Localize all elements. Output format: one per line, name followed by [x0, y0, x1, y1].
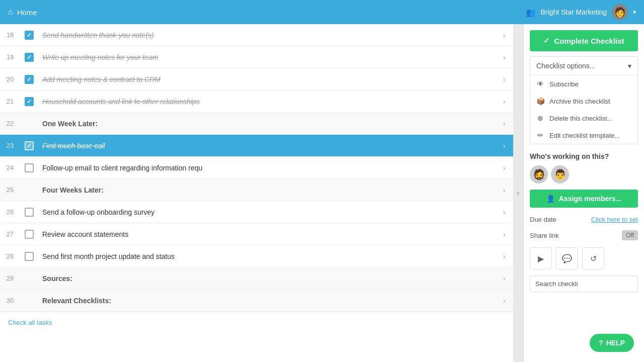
task-checkbox[interactable]: ✓ — [25, 31, 34, 40]
checklist-row: 28Send first month project update and st… — [0, 245, 513, 267]
refresh-button[interactable]: ↺ — [582, 247, 604, 269]
share-toggle[interactable]: Off — [622, 230, 638, 240]
due-date-link[interactable]: Click here to set — [591, 216, 638, 223]
section-label: Sources: — [38, 269, 495, 288]
row-arrow-button[interactable]: › — [495, 31, 513, 39]
checklist-row: 27Review account statements› — [0, 223, 513, 245]
help-button[interactable]: ? HELP — [590, 334, 634, 352]
play-icon: ▶ — [538, 254, 544, 263]
who-working-title: Who's working on this? — [530, 152, 638, 160]
task-checkbox[interactable]: ✓ — [25, 53, 34, 62]
row-number: 18 — [0, 31, 20, 39]
topnav: ⌂ Home 👥 Bright Star Marketing 🧑 ▾ — [0, 0, 644, 24]
row-number: 20 — [0, 75, 20, 83]
help-icon: ? — [599, 339, 603, 347]
row-number: 28 — [0, 252, 20, 260]
row-arrow-button[interactable]: › — [495, 252, 513, 260]
topnav-left: ⌂ Home — [8, 8, 37, 17]
share-row: Share link Off — [530, 230, 638, 240]
checklist-row: 30Relevant Checklists:› — [0, 290, 513, 312]
row-arrow-button[interactable]: › — [495, 120, 513, 128]
row-arrow-button[interactable]: › — [495, 164, 513, 172]
row-number: 25 — [0, 186, 20, 194]
play-button[interactable]: ▶ — [530, 247, 552, 269]
collapse-sidebar-btn[interactable]: › — [513, 24, 523, 362]
comment-button[interactable]: 💬 — [556, 247, 578, 269]
account-dropdown-arrow[interactable]: ▾ — [633, 9, 636, 16]
checklist-row: 21✓Household accounts and link to other … — [0, 90, 513, 113]
comment-icon: 💬 — [562, 254, 572, 263]
home-label[interactable]: Home — [17, 8, 37, 17]
row-arrow-button[interactable]: › — [495, 98, 513, 106]
archive-label: Archive this checklist — [549, 98, 610, 105]
avatar-1: 🧔 — [530, 165, 548, 184]
complete-checklist-button[interactable]: ✓ Complete Checklist — [530, 30, 638, 51]
task-checkbox[interactable] — [25, 252, 34, 261]
row-number: 26 — [0, 208, 20, 216]
share-label: Share link — [530, 232, 559, 239]
row-number: 19 — [0, 53, 20, 61]
main-layout: 18✓Send handwritten thank-you note(s)›19… — [0, 24, 644, 362]
checklist-row: 20✓Add meeting notes & contract to CRM› — [0, 68, 513, 90]
options-list: 👁 Subscribe 📦 Archive this checklist ⊗ D… — [530, 75, 637, 144]
subscribe-label: Subscribe — [549, 80, 579, 88]
assign-members-button[interactable]: 👤 Assign members... — [530, 190, 638, 208]
options-header[interactable]: Checklist options... ▾ — [530, 57, 637, 75]
task-text: Household accounts and link to other rel… — [38, 93, 495, 111]
edit-template-label: Edit checklist template... — [549, 132, 620, 139]
checklist-row: 23✓First touch base call› — [0, 135, 513, 157]
section-label: Four Weeks Later: — [38, 181, 495, 199]
task-checkbox[interactable] — [25, 208, 34, 217]
task-text: Add meeting notes & contract to CRM — [38, 70, 495, 88]
checklist-row: 22One Week Later:› — [0, 113, 513, 135]
row-arrow-button[interactable]: › — [495, 275, 513, 283]
check-all-link[interactable]: Check all tasks — [8, 319, 52, 326]
avatar[interactable]: 🧑 — [612, 4, 628, 20]
org-name: Bright Star Marketing — [541, 8, 607, 16]
help-label: HELP — [606, 339, 625, 347]
row-arrow-button[interactable]: › — [495, 53, 513, 61]
row-arrow-button[interactable]: › — [495, 297, 513, 305]
bottom-icons: ▶ 💬 ↺ — [530, 247, 638, 269]
edit-template-option[interactable]: ✏ Edit checklist template... — [530, 127, 637, 144]
section-label: One Week Later: — [38, 115, 495, 133]
checklist-row: 24Follow-up email to client regarding in… — [0, 157, 513, 179]
task-text: Send first month project update and stat… — [38, 247, 495, 265]
row-number: 29 — [0, 275, 20, 282]
task-checkbox[interactable]: ✓ — [25, 75, 34, 84]
row-number: 27 — [0, 230, 20, 238]
search-checklist-input[interactable] — [530, 276, 638, 292]
task-text: Follow-up email to client regarding info… — [38, 159, 495, 177]
chevron-down-icon: ▾ — [628, 62, 631, 70]
org-icon: 👥 — [526, 8, 536, 17]
checklist-row: 26Send a follow-up onboarding survey› — [0, 201, 513, 223]
row-number: 30 — [0, 297, 20, 304]
task-checkbox[interactable] — [25, 230, 34, 239]
subscribe-icon: 👁 — [536, 80, 544, 88]
delete-label: Delete this checklist... — [549, 115, 613, 122]
archive-icon: 📦 — [536, 97, 544, 105]
assign-label: Assign members... — [559, 195, 622, 203]
delete-option[interactable]: ⊗ Delete this checklist... — [530, 110, 637, 127]
row-arrow-button[interactable]: › — [495, 230, 513, 238]
task-text: Send a follow-up onboarding survey — [38, 203, 495, 221]
subscribe-option[interactable]: 👁 Subscribe — [530, 75, 637, 93]
row-arrow-button[interactable]: › — [495, 208, 513, 216]
row-number: 22 — [0, 120, 20, 127]
archive-option[interactable]: 📦 Archive this checklist — [530, 93, 637, 110]
task-text: Send handwritten thank-you note(s) — [38, 26, 495, 44]
complete-label: Complete Checklist — [554, 37, 624, 45]
section-label: Relevant Checklists: — [38, 292, 495, 310]
checklist-options-dropdown: Checklist options... ▾ 👁 Subscribe 📦 Arc… — [530, 56, 638, 144]
task-checkbox[interactable]: ✓ — [25, 97, 34, 106]
task-checkbox[interactable]: ✓ — [25, 141, 34, 150]
row-arrow-button[interactable]: › — [495, 142, 513, 150]
collapse-icon: › — [517, 190, 519, 197]
task-text: Write up meeting notes for your team — [38, 48, 495, 66]
task-checkbox[interactable] — [25, 163, 34, 172]
row-arrow-button[interactable]: › — [495, 186, 513, 194]
row-arrow-button[interactable]: › — [495, 75, 513, 83]
task-text: First touch base call — [38, 137, 495, 155]
avatar-2: 👨 — [551, 165, 569, 184]
checklist-row: 29Sources:› — [0, 267, 513, 290]
